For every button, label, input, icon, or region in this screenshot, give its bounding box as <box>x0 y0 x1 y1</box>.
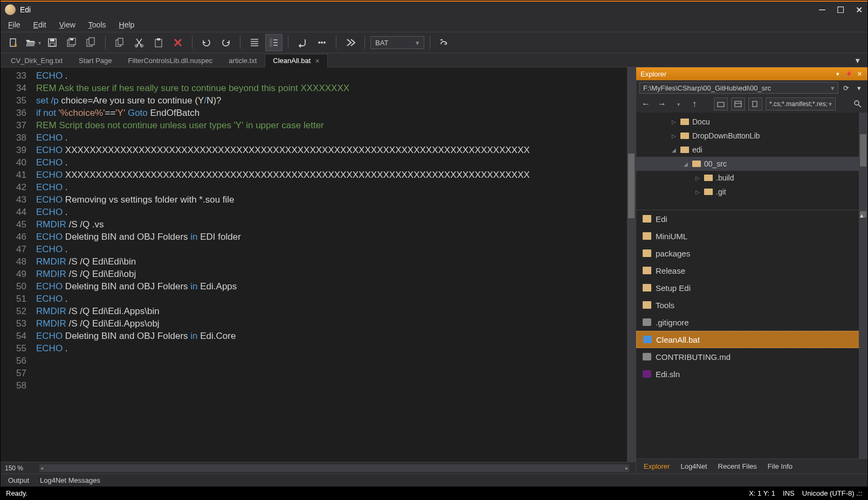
delete-button[interactable] <box>169 34 187 51</box>
file-item--gitignore[interactable]: .gitignore <box>636 314 867 331</box>
panel-tab-file-info[interactable]: File Info <box>762 460 798 473</box>
undo-button[interactable] <box>198 34 215 51</box>
expander-icon[interactable]: ▷ <box>672 133 678 139</box>
panel-tab-explorer[interactable]: Explorer <box>638 460 675 473</box>
minimize-button[interactable]: ─ <box>818 5 826 14</box>
search-icon[interactable] <box>851 98 864 110</box>
close-button[interactable]: ✕ <box>855 5 863 14</box>
file-item-edi[interactable]: Edi <box>636 210 867 227</box>
tab-close-icon[interactable]: ✕ <box>315 58 320 64</box>
folder-icon <box>680 119 689 125</box>
panel-tab-recent-files[interactable]: Recent Files <box>713 460 762 473</box>
tree-item-00-src[interactable]: ◢00_src <box>636 157 867 171</box>
file-item-packages[interactable]: packages <box>636 245 867 262</box>
path-row: F:\MyFiles\CSharp\00_GitHub\edi\00_src ⟳… <box>636 80 867 95</box>
maximize-button[interactable]: ☐ <box>836 5 845 14</box>
toolbar-separator <box>364 36 365 49</box>
redo-button[interactable] <box>217 34 235 51</box>
dropdown-icon[interactable]: ▾ <box>834 70 842 78</box>
code-area[interactable]: ECHO .REM Ask the user if hes really sur… <box>33 67 627 462</box>
copy-file-button[interactable] <box>82 34 100 51</box>
path-dropdown-icon[interactable]: ▾ <box>853 82 864 93</box>
menubar: FileEditViewToolsHelp <box>1 18 867 32</box>
tree-item-dropdownbuttonlib[interactable]: ▷DropDownButtonLib <box>636 129 867 143</box>
expander-icon[interactable]: ▷ <box>695 175 702 181</box>
back-button[interactable]: ← <box>639 98 652 110</box>
file-item-setup-edi[interactable]: Setup Edi <box>636 279 867 296</box>
explorer-header[interactable]: Explorer ▾ 📌 ✕ <box>636 67 867 80</box>
tab-article-txt[interactable]: article.txt <box>221 54 265 67</box>
file-item-contributing-md[interactable]: CONTRIBUTING.md <box>636 348 867 365</box>
path-input[interactable]: F:\MyFiles\CSharp\00_GitHub\edi\00_src <box>639 82 838 94</box>
panel-tab-log4net[interactable]: Log4Net <box>675 460 712 473</box>
file-item-tools[interactable]: Tools <box>636 296 867 314</box>
paste-button[interactable] <box>150 34 167 51</box>
new-file-button[interactable] <box>5 34 22 51</box>
tab-cv-dirk-eng-txt[interactable]: CV_Dirk_Eng.txt <box>3 54 71 67</box>
editor-hscrollbar[interactable] <box>39 464 629 472</box>
filelist-vscrollbar[interactable]: ▴ <box>859 210 867 459</box>
expander-icon[interactable]: ◢ <box>672 147 678 153</box>
tree-item-docu[interactable]: ▷Docu <box>636 115 867 129</box>
refresh-icon[interactable]: ⟳ <box>841 82 851 93</box>
tree-item--build[interactable]: ▷.build <box>636 171 867 185</box>
document-tabs: CV_Dirk_Eng.txtStart PageFilterControlsL… <box>1 53 867 67</box>
file-label: Edi.sln <box>656 370 680 379</box>
view-list-button[interactable] <box>731 98 745 110</box>
filter-combo[interactable]: *.cs;*.manifest;*.res; <box>766 98 836 110</box>
pin-icon[interactable]: 📌 <box>845 70 852 78</box>
svg-rect-2 <box>50 39 54 41</box>
file-item-edi-sln[interactable]: Edi.sln <box>636 365 867 383</box>
tab-cleanall-bat[interactable]: CleanAll.bat✕ <box>265 54 328 67</box>
expander-icon[interactable]: ▷ <box>672 119 678 125</box>
run-button[interactable] <box>342 34 359 51</box>
tree-label: 00_src <box>704 159 727 168</box>
view-details-button[interactable] <box>748 98 762 110</box>
editor-vscrollbar[interactable] <box>627 67 636 462</box>
folder-icon <box>643 215 651 223</box>
wordwrap-button[interactable] <box>294 34 311 51</box>
close-panel-icon[interactable]: ✕ <box>856 70 863 78</box>
menu-edit[interactable]: Edit <box>28 19 52 31</box>
menu-view[interactable]: View <box>54 19 81 31</box>
bottom-tab-output[interactable]: Output <box>3 475 35 486</box>
tab-filtercontrolslib-dll-nuspec[interactable]: FilterControlsLib.dll.nuspec <box>120 54 221 67</box>
explorer-title: Explorer <box>640 70 831 78</box>
expander-icon[interactable]: ◢ <box>684 161 690 167</box>
menu-file[interactable]: File <box>3 19 26 31</box>
expander-icon[interactable]: ▷ <box>695 189 702 195</box>
cut-button[interactable] <box>130 34 148 51</box>
folder-icon <box>704 175 713 181</box>
bottom-tab-log4net-messages[interactable]: Log4Net Messages <box>35 475 106 486</box>
menu-help[interactable]: Help <box>114 19 140 31</box>
toolbar-separator <box>288 36 288 49</box>
save-button[interactable] <box>44 34 61 51</box>
file-item-cleanall-bat[interactable]: CleanAll.bat <box>636 331 867 348</box>
up-button[interactable]: ↑ <box>688 98 701 110</box>
tree-item--git[interactable]: ▷.git <box>636 185 867 199</box>
save-all-button[interactable] <box>63 34 80 51</box>
file-item-release[interactable]: Release <box>636 262 867 279</box>
window-controls: ─ ☐ ✕ <box>818 5 863 14</box>
more-button[interactable]: ••• <box>313 34 330 51</box>
justify-button[interactable] <box>246 34 263 51</box>
open-button[interactable]: ▾ <box>24 34 42 51</box>
view-folder-button[interactable] <box>714 98 728 110</box>
forward-button[interactable]: → <box>656 98 669 110</box>
svg-rect-6 <box>70 38 73 40</box>
tree-vscrollbar[interactable] <box>859 113 867 210</box>
menu-tools[interactable]: Tools <box>83 19 112 31</box>
language-combo[interactable]: BAT <box>370 36 424 49</box>
editor-body[interactable]: 3334353637383940414243444546474849505152… <box>1 67 636 462</box>
toggle-button[interactable] <box>436 34 453 51</box>
line-numbers-button[interactable] <box>265 34 283 51</box>
folder-tree[interactable]: ▷Docu▷DropDownButtonLib◢edi◢00_src▷.buil… <box>636 113 867 210</box>
tab-overflow-button[interactable]: ▼ <box>850 54 865 67</box>
file-item-miniuml[interactable]: MiniUML <box>636 227 867 245</box>
tab-start-page[interactable]: Start Page <box>71 54 120 67</box>
tree-item-edi[interactable]: ◢edi <box>636 143 867 157</box>
zoom-level[interactable]: 150 % <box>5 464 37 472</box>
copy-button[interactable] <box>111 34 128 51</box>
history-dropdown[interactable]: ▾ <box>672 98 685 110</box>
file-list[interactable]: EdiMiniUMLpackagesReleaseSetup EdiTools.… <box>636 210 867 459</box>
